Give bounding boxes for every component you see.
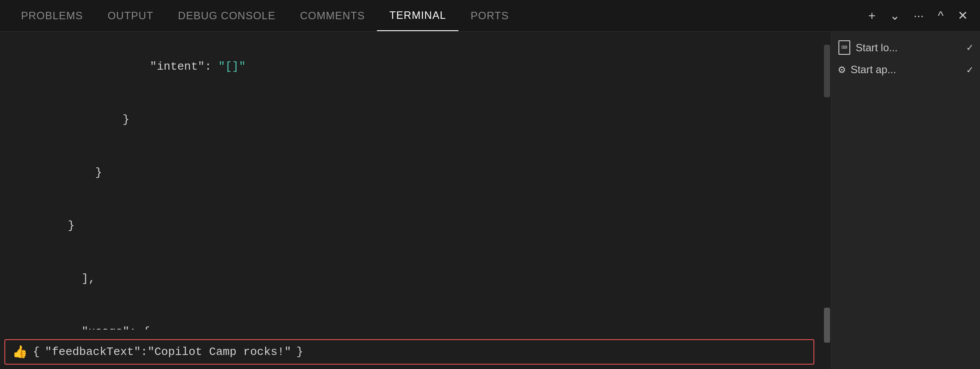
scrollbar[interactable] xyxy=(823,32,831,369)
tab-problems[interactable]: PROBLEMS xyxy=(9,0,95,31)
start-app-item[interactable]: ⚙ Start ap... ✓ xyxy=(838,63,973,77)
right-panel: ⌨ Start lo... ✓ ⚙ Start ap... ✓ xyxy=(831,32,980,369)
thumbs-up-icon: 👍 xyxy=(12,344,28,359)
main-content: "intent": "[]" } } } ], "usage": { xyxy=(0,32,980,369)
wrench-icon: ⚙ xyxy=(838,63,845,77)
start-local-label: Start lo... xyxy=(856,42,959,54)
terminal-area[interactable]: "intent": "[]" } } } ], "usage": { xyxy=(0,32,823,369)
terminal-output: "intent": "[]" } } } ], "usage": { xyxy=(13,40,810,330)
scrollbar-thumb-top xyxy=(824,45,830,97)
terminal-line: "usage": { xyxy=(13,305,810,330)
terminal-line: "intent": "[]" xyxy=(13,40,810,93)
feedback-key: "feedbackText":"Copilot Camp rocks!" xyxy=(45,345,291,358)
tab-output[interactable]: OUTPUT xyxy=(95,0,166,31)
terminal-icon: ⌨ xyxy=(838,40,850,55)
tab-actions: + ⌄ ··· ^ ✕ xyxy=(865,7,971,25)
start-local-check: ✓ xyxy=(967,41,973,54)
terminal-line: } xyxy=(13,199,810,252)
tab-comments[interactable]: COMMENTS xyxy=(288,0,377,31)
collapse-button[interactable]: ^ xyxy=(934,7,947,25)
terminal-line: ], xyxy=(13,252,810,305)
add-terminal-button[interactable]: + xyxy=(865,7,879,25)
scrollbar-thumb-bottom xyxy=(824,308,830,343)
start-app-check: ✓ xyxy=(967,64,973,76)
start-app-label: Start ap... xyxy=(851,64,960,76)
tab-debug-console[interactable]: DEBUG CONSOLE xyxy=(166,0,288,31)
terminal-line: } xyxy=(13,146,810,199)
tab-terminal[interactable]: TERMINAL xyxy=(377,0,458,31)
feedback-text: { xyxy=(33,345,40,358)
feedback-close: } xyxy=(296,345,303,358)
terminal-line: } xyxy=(13,93,810,146)
dropdown-button[interactable]: ⌄ xyxy=(886,7,903,25)
tab-ports[interactable]: PORTS xyxy=(458,0,521,31)
more-options-button[interactable]: ··· xyxy=(910,7,927,25)
tab-bar: PROBLEMS OUTPUT DEBUG CONSOLE COMMENTS T… xyxy=(0,0,980,32)
terminal-feedback-line: 👍 {"feedbackText":"Copilot Camp rocks!"} xyxy=(4,339,814,365)
start-local-item[interactable]: ⌨ Start lo... ✓ xyxy=(838,40,973,55)
close-panel-button[interactable]: ✕ xyxy=(954,7,971,25)
